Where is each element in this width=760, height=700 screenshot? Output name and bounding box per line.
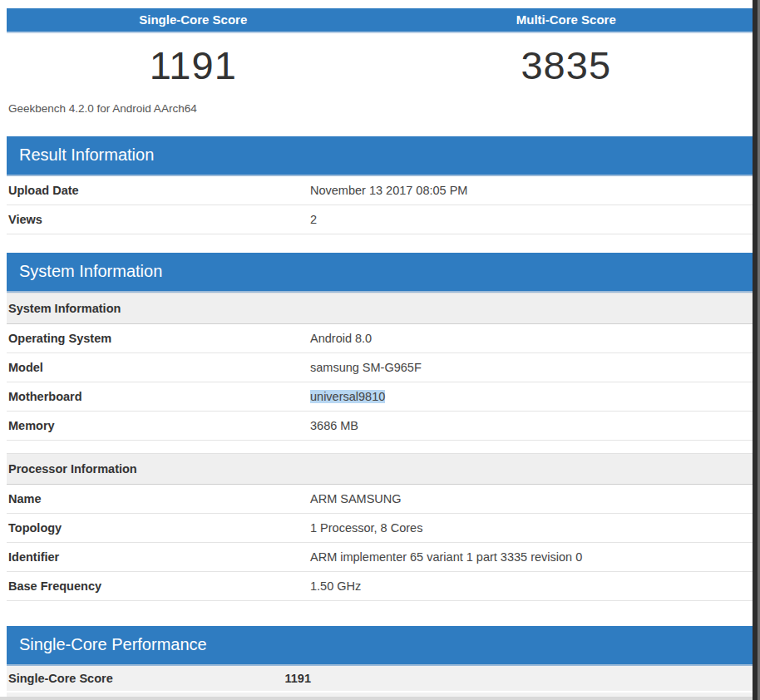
system-information-table: Operating System Android 8.0 Model samsu…	[7, 324, 753, 441]
score-row-label: Single-Core Score	[8, 672, 216, 685]
table-row: Model samsung SM-G965F	[7, 353, 753, 382]
geekbench-version-caption: Geekbench 4.2.0 for Android AArch64	[7, 102, 753, 115]
row-value: Android 8.0	[310, 332, 372, 345]
system-information-subheader: System Information	[7, 293, 753, 324]
row-value: 2	[310, 213, 317, 226]
bottom-edge-strip	[0, 697, 753, 700]
row-label: Model	[8, 361, 310, 374]
row-label: Identifier	[8, 550, 310, 564]
row-label: Upload Date	[8, 184, 310, 197]
row-label: Memory	[8, 419, 310, 432]
result-information-header: Result Information	[7, 136, 753, 176]
table-row: Identifier ARM implementer 65 variant 1 …	[7, 543, 753, 572]
table-row: Base Frequency 1.50 GHz	[7, 572, 753, 601]
selected-text-motherboard-value: universal9810	[310, 390, 385, 403]
table-row: Name ARM SAMSUNG	[7, 485, 753, 514]
row-label: Topology	[8, 521, 310, 535]
table-row: Upload Date November 13 2017 08:05 PM	[7, 176, 753, 205]
table-row: Views 2	[7, 205, 753, 234]
row-value: samsung SM-G965F	[310, 361, 422, 374]
result-information-table: Upload Date November 13 2017 08:05 PM Vi…	[7, 176, 753, 234]
row-value: ARM implementer 65 variant 1 part 3335 r…	[310, 550, 582, 564]
score-values: 1191 3835	[7, 33, 753, 88]
row-label: Motherboard	[8, 390, 310, 403]
row-label: Base Frequency	[8, 579, 310, 593]
row-value: 1.50 GHz	[310, 579, 361, 593]
score-row: Single-Core Score 1191	[7, 666, 753, 693]
table-row: Memory 3686 MB	[7, 412, 753, 441]
table-row: Operating System Android 8.0	[7, 324, 753, 353]
score-header-bar: Single-Core Score Multi-Core Score	[7, 8, 753, 33]
row-value: 3686 MB	[310, 419, 358, 432]
page-content: Single-Core Score Multi-Core Score 1191 …	[7, 0, 753, 700]
single-core-performance-table: Single-Core Score 1191 Crypto Score 748	[7, 666, 753, 700]
row-value: November 13 2017 08:05 PM	[310, 184, 467, 197]
system-information-header: System Information	[7, 253, 753, 293]
row-label: Views	[8, 213, 310, 226]
single-core-score-value: 1191	[7, 33, 380, 88]
processor-information-table: Name ARM SAMSUNG Topology 1 Processor, 8…	[7, 485, 753, 601]
single-core-score-header: Single-Core Score	[7, 8, 380, 32]
multi-core-score-value: 3835	[380, 33, 753, 88]
score-row-value: 1191	[216, 672, 311, 685]
table-row: Motherboard universal9810	[7, 382, 753, 412]
row-value: ARM SAMSUNG	[310, 492, 402, 505]
row-value: 1 Processor, 8 Cores	[310, 521, 422, 535]
table-row: Topology 1 Processor, 8 Cores	[7, 514, 753, 543]
multi-core-score-header: Multi-Core Score	[380, 8, 753, 32]
processor-information-subheader: Processor Information	[7, 453, 753, 485]
single-core-performance-header: Single-Core Performance	[7, 626, 753, 666]
row-label: Operating System	[8, 332, 310, 345]
row-label: Name	[8, 492, 310, 505]
